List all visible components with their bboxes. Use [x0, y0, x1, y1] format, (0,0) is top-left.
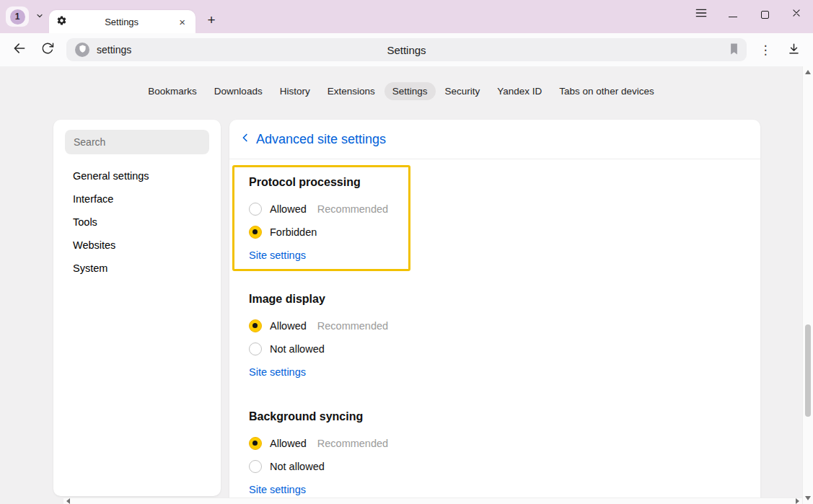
search-input[interactable]: [65, 130, 209, 154]
address-bar[interactable]: settings Settings: [66, 38, 747, 61]
radio-option-forbidden[interactable]: Forbidden: [249, 221, 394, 244]
settings-sections: Protocol processing Allowed Recommended …: [229, 165, 760, 496]
radio-selected-icon[interactable]: [249, 319, 262, 332]
titlebar: 1 Settings × +: [0, 0, 813, 33]
site-settings-link[interactable]: Site settings: [249, 484, 306, 495]
radio-label: Not allowed: [270, 461, 325, 472]
kebab-menu-icon: ⋮: [760, 43, 772, 57]
vertical-scrollbar-thumb[interactable]: [805, 324, 811, 417]
nav-item-settings[interactable]: Settings: [384, 82, 436, 100]
sidebar-item-system[interactable]: System: [73, 257, 221, 280]
radio-label: Forbidden: [270, 226, 317, 238]
radio-selected-icon[interactable]: [249, 437, 262, 450]
radio-label: Allowed: [270, 438, 307, 449]
back-button[interactable]: [10, 40, 29, 59]
window-maximize-button[interactable]: [760, 9, 770, 19]
advanced-site-settings-header[interactable]: Advanced site settings: [229, 120, 760, 159]
radio-unselected-icon[interactable]: [249, 342, 262, 355]
tab-list-chevron-button[interactable]: [31, 6, 48, 27]
radio-label: Allowed: [270, 320, 307, 332]
bookmark-icon[interactable]: [729, 43, 739, 58]
section-image-display: Image display Allowed Recommended Not al…: [249, 293, 741, 379]
page-header-title: Advanced site settings: [256, 132, 386, 147]
section-title: Protocol processing: [249, 176, 394, 189]
settings-page: Bookmarks Downloads History Extensions S…: [0, 66, 813, 504]
scroll-down-arrow-icon[interactable]: [805, 496, 811, 500]
radio-selected-icon[interactable]: [249, 226, 262, 239]
tab-group-count-badge: 1: [10, 9, 25, 25]
radio-option-allowed[interactable]: Allowed Recommended: [249, 432, 741, 455]
tab-group-button[interactable]: 1: [6, 6, 29, 27]
site-settings-link[interactable]: Site settings: [249, 249, 306, 261]
close-icon: [791, 8, 801, 21]
nav-item-history[interactable]: History: [272, 82, 318, 100]
page-title: Settings: [66, 44, 747, 56]
radio-option-not-allowed[interactable]: Not allowed: [249, 337, 741, 361]
nav-item-yandex-id[interactable]: Yandex ID: [489, 82, 550, 100]
downloads-button[interactable]: [784, 40, 803, 59]
settings-sidebar: General settings Interface Tools Website…: [53, 120, 221, 496]
maximize-icon: [761, 11, 769, 19]
sidebar-item-interface[interactable]: Interface: [73, 187, 221, 211]
window-minimize-button[interactable]: [728, 9, 738, 19]
recommended-note: Recommended: [317, 203, 388, 215]
recommended-note: Recommended: [317, 320, 388, 332]
radio-option-not-allowed[interactable]: Not allowed: [249, 455, 741, 478]
radio-group: Allowed Recommended Forbidden: [249, 198, 394, 244]
chevron-left-icon: [239, 131, 252, 147]
hamburger-menu-icon: [695, 8, 707, 21]
tab-title: Settings: [73, 17, 170, 27]
shield-icon: [79, 43, 87, 56]
radio-unselected-icon[interactable]: [249, 460, 262, 473]
section-title: Image display: [249, 293, 741, 306]
scroll-up-arrow-icon[interactable]: [805, 70, 811, 74]
radio-label: Allowed: [270, 203, 307, 215]
radio-unselected-icon[interactable]: [249, 203, 262, 216]
settings-main-panel: Advanced site settings Protocol processi…: [229, 120, 760, 504]
horizontal-scrollbar[interactable]: [63, 498, 802, 504]
radio-option-allowed[interactable]: Allowed Recommended: [249, 198, 394, 221]
site-settings-link[interactable]: Site settings: [249, 366, 306, 378]
sidebar-item-tools[interactable]: Tools: [73, 211, 221, 234]
section-title: Background syncing: [249, 410, 741, 423]
sidebar-item-general-settings[interactable]: General settings: [73, 164, 221, 187]
back-arrow-icon: [12, 41, 27, 58]
minimize-icon: [729, 17, 737, 17]
nav-item-bookmarks[interactable]: Bookmarks: [140, 82, 205, 100]
nav-item-extensions[interactable]: Extensions: [320, 82, 383, 100]
recommended-note: Recommended: [317, 438, 388, 449]
new-tab-button[interactable]: +: [203, 12, 220, 29]
sidebar-item-websites[interactable]: Websites: [73, 234, 221, 257]
nav-item-downloads[interactable]: Downloads: [206, 82, 271, 100]
reload-button[interactable]: [38, 40, 57, 59]
browser-tab-settings[interactable]: Settings ×: [49, 10, 195, 33]
site-security-badge[interactable]: [75, 43, 89, 57]
reload-icon: [41, 42, 54, 58]
nav-item-tabs-other-devices[interactable]: Tabs on other devices: [551, 82, 662, 100]
window-close-button[interactable]: [791, 9, 801, 19]
radio-group: Allowed Recommended Not allowed: [249, 314, 741, 361]
download-icon: [787, 42, 801, 58]
vertical-scrollbar[interactable]: [802, 66, 813, 504]
browser-toolbar: settings Settings ⋮: [0, 33, 813, 66]
section-protocol-processing: Protocol processing Allowed Recommended …: [232, 165, 410, 271]
chevron-down-icon: [35, 10, 44, 23]
toolbar-more-button[interactable]: ⋮: [756, 40, 775, 59]
window-controls: [696, 4, 801, 25]
gear-icon: [56, 15, 67, 29]
section-background-syncing: Background syncing Allowed Recommended N…: [249, 410, 741, 496]
radio-group: Allowed Recommended Not allowed: [249, 432, 741, 478]
url-text: settings: [97, 44, 131, 56]
sidebar-nav: General settings Interface Tools Website…: [53, 164, 221, 280]
scroll-left-arrow-icon[interactable]: [66, 498, 70, 504]
browser-menu-button[interactable]: [696, 9, 706, 19]
tab-close-icon[interactable]: ×: [176, 15, 188, 29]
radio-label: Not allowed: [270, 343, 325, 355]
nav-item-security[interactable]: Security: [437, 82, 488, 100]
scroll-right-arrow-icon[interactable]: [796, 498, 799, 504]
settings-top-nav: Bookmarks Downloads History Extensions S…: [0, 82, 802, 100]
radio-option-allowed[interactable]: Allowed Recommended: [249, 314, 741, 337]
